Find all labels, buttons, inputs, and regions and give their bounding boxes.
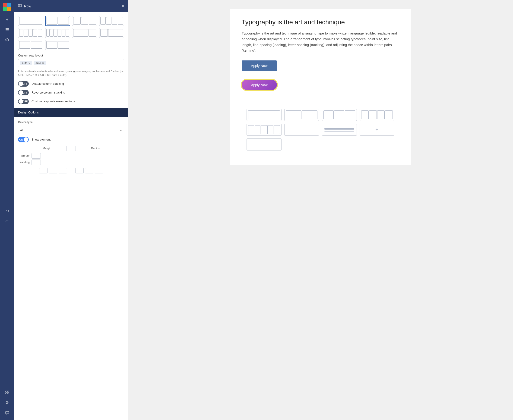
toggle-disable-stacking-control[interactable]: OFF (18, 81, 29, 87)
layout-3col[interactable] (72, 16, 97, 26)
layout-grid (18, 16, 124, 50)
border-row: Border (18, 153, 124, 159)
rp-box-icon (260, 141, 268, 148)
svg-rect-6 (6, 30, 9, 31)
redo-icon[interactable] (3, 217, 12, 226)
reverse-stacking-label: Reverse column stacking (31, 91, 65, 94)
margin-label: Margin (29, 147, 65, 150)
main-canvas: Typography is the art and technique Typo… (128, 0, 513, 420)
apply-now-pill-button[interactable]: Apply Now (242, 80, 277, 90)
layout-3col-wide-mid[interactable] (18, 40, 43, 50)
support-icon[interactable] (3, 408, 12, 417)
bottom-margin-input-2[interactable] (49, 168, 57, 173)
custom-layout-input[interactable]: auto ✕ auto ✕ (18, 59, 124, 67)
rp-text-lines[interactable] (322, 124, 357, 136)
svg-rect-1 (7, 3, 11, 7)
margin-right-input[interactable] (67, 146, 76, 151)
svg-rect-2 (3, 7, 7, 11)
tag-remove-1[interactable]: ✕ (28, 62, 30, 65)
panel-row-icon (18, 4, 22, 8)
tag-auto-1[interactable]: auto ✕ (20, 61, 32, 65)
svg-rect-9 (6, 393, 7, 394)
border-input[interactable] (31, 153, 41, 159)
rp-2col[interactable] (284, 109, 319, 121)
box-model-diagram: Border Padding (18, 153, 124, 165)
svg-rect-10 (8, 393, 9, 394)
svg-rect-3 (7, 7, 11, 11)
row-picker-card: ··· + (242, 104, 399, 155)
radius-input[interactable] (115, 146, 124, 151)
custom-responsiveness-label: Custom responsiveness settings (31, 100, 75, 103)
layers-icon[interactable] (3, 36, 12, 45)
show-element-toggle[interactable]: ON (18, 137, 29, 142)
svg-rect-7 (6, 391, 7, 392)
layout-2col[interactable] (45, 16, 70, 26)
bottom-margin-input-3[interactable] (59, 168, 67, 173)
device-type-select-row: All Desktop Tablet Mobile (18, 127, 124, 134)
device-type-label: Device type (18, 121, 37, 124)
add-icon[interactable]: + (3, 15, 12, 24)
sidebar: + (0, 0, 14, 420)
layout-2col-centered[interactable] (45, 40, 70, 50)
rp-single-box[interactable] (246, 138, 282, 150)
panel-header: Row × (14, 0, 128, 12)
pages-icon[interactable] (3, 25, 12, 34)
border-label: Border (18, 154, 30, 158)
design-options-content: Device type All Desktop Tablet Mobile ON (18, 117, 124, 173)
bottom-padding-input-1[interactable] (75, 168, 84, 173)
rp-dots[interactable]: ··· (284, 124, 319, 136)
layout-2third-1third[interactable] (72, 28, 97, 38)
editor-icon[interactable] (3, 388, 12, 397)
device-type-row: Device type (18, 121, 124, 124)
margin-radius-row: Margin Radius (18, 146, 124, 151)
layout-1col[interactable] (18, 16, 43, 26)
apply-now-flat-button[interactable]: Apply Now (242, 60, 277, 71)
rp-3col[interactable] (322, 109, 357, 121)
toggle-reverse-stacking: OFF Reverse column stacking (18, 90, 124, 95)
svg-rect-12 (18, 4, 22, 7)
toggle-custom-responsiveness-control[interactable]: OFF (18, 99, 29, 104)
row-picker-grid: ··· + (246, 109, 394, 150)
disable-stacking-label: Disable column stacking (31, 82, 64, 85)
layout-6col[interactable] (45, 28, 70, 38)
design-options-header[interactable]: Design Options (14, 108, 128, 117)
tag-auto-2[interactable]: auto ✕ (34, 61, 46, 65)
bottom-padding-input-3[interactable] (95, 168, 103, 173)
radius-label: Radius (78, 147, 113, 150)
device-type-select[interactable]: All Desktop Tablet Mobile (18, 127, 124, 134)
svg-rect-5 (6, 30, 9, 30)
layout-4col[interactable] (99, 16, 124, 26)
svg-rect-0 (3, 3, 7, 7)
typography-title: Typography is the art and technique (242, 19, 399, 26)
rp-5col[interactable] (246, 124, 282, 136)
bottom-padding-input-2[interactable] (85, 168, 93, 173)
rp-4col[interactable] (360, 109, 395, 121)
row-settings-panel: Row × (14, 0, 128, 420)
design-options-title: Design Options (18, 111, 39, 114)
padding-input[interactable] (31, 159, 41, 165)
show-element-knob (24, 137, 28, 142)
svg-rect-11 (6, 412, 9, 414)
custom-layout-label: Custom row layout (18, 54, 124, 57)
layout-1third-2third[interactable] (99, 28, 124, 38)
typography-body: Typography is the art and technique of a… (242, 30, 399, 53)
layout-5col[interactable] (18, 28, 43, 38)
logo[interactable] (3, 3, 11, 12)
bottom-margin-input-1[interactable] (39, 168, 47, 173)
rp-1col[interactable] (246, 109, 282, 121)
toggle-reverse-stacking-control[interactable]: OFF (18, 90, 29, 95)
undo-icon[interactable] (3, 207, 12, 216)
rp-plus-icon: + (375, 127, 378, 133)
padding-label: Padding (18, 161, 30, 164)
tag-remove-2[interactable]: ✕ (42, 62, 44, 65)
padding-row: Padding (18, 159, 124, 165)
svg-rect-8 (8, 391, 9, 392)
apply-now-flat-wrapper: Apply Now (242, 60, 399, 76)
settings-icon[interactable]: ⚙ (3, 398, 12, 407)
panel-close-button[interactable]: × (122, 4, 124, 8)
rp-plus[interactable]: + (360, 124, 395, 136)
show-element-label: Show element (31, 138, 51, 141)
content-block: Typography is the art and technique Typo… (230, 9, 411, 165)
svg-rect-4 (6, 28, 9, 29)
margin-top-input[interactable] (18, 146, 27, 151)
